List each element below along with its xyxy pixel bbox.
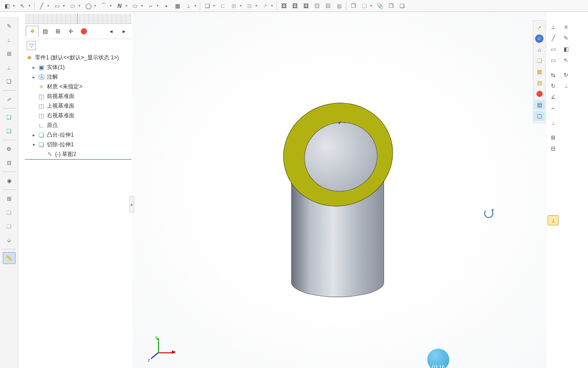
eraser-icon[interactable]: ◧ (560, 44, 571, 54)
fillet-icon[interactable]: ⌐ (146, 1, 156, 11)
panel-nav-next[interactable]: ▸ (118, 26, 130, 37)
cube3-cmd-icon[interactable]: ❏ (3, 207, 16, 218)
ellipse-icon[interactable]: ⬭ (130, 1, 140, 11)
corner-icon[interactable]: ⌐ (548, 103, 559, 113)
swap-icon[interactable]: ⇆ (548, 70, 559, 80)
annotation6-icon[interactable]: ▦ (334, 1, 344, 11)
rotate-gizmo-icon[interactable] (484, 209, 493, 218)
sketch-cmd-icon[interactable]: ✎ (3, 20, 16, 32)
filter-icon[interactable]: ▽ (27, 41, 36, 50)
chamfer-icon[interactable]: ⊏ (218, 1, 228, 11)
folder-icon[interactable]: ▤ (534, 78, 545, 88)
expand-icon[interactable]: ▸ (31, 133, 36, 138)
axis-icon[interactable]: ⊥ (548, 22, 559, 32)
pattern-cmd-icon[interactable]: ⊞ (3, 48, 16, 60)
tree-node-front-plane[interactable]: ◫ 前视基准面 (25, 92, 131, 101)
split-icon[interactable]: ⊟ (548, 144, 559, 154)
grid-icon[interactable]: ⊞ (548, 132, 559, 143)
attach-icon[interactable]: ❐ (348, 1, 358, 11)
tab-feature-tree[interactable]: ❖ (26, 26, 39, 37)
rel-cmd-icon[interactable]: ⊟ (3, 157, 16, 169)
annotation5-icon[interactable]: 🖽 (323, 1, 333, 11)
ref-icon[interactable]: ❏ (397, 1, 407, 11)
tree-label: 材质 <未指定> (47, 83, 82, 91)
cube2-icon[interactable]: ❏ (359, 1, 369, 11)
tab-property[interactable]: ▤ (39, 26, 51, 37)
rectangle-icon[interactable]: ▭ (52, 1, 62, 11)
globe-icon[interactable] (534, 34, 545, 44)
box2-tool-icon[interactable]: ▭ (548, 55, 559, 65)
tree-node-origin[interactable]: ∟ 原点 (25, 121, 131, 130)
panel-nav-prev[interactable]: ◂ (105, 26, 118, 37)
constraint-icon[interactable]: ⟂ (560, 81, 571, 91)
collapse-icon[interactable]: ▾ (31, 143, 36, 147)
tree-node-boss-extrude[interactable]: ▸ ❏ 凸台-拉伸1 (25, 130, 131, 140)
panel-splitter[interactable]: ▸ (130, 196, 134, 213)
extrude-cmd-icon[interactable]: ⬀ (3, 93, 16, 105)
spline-icon[interactable]: N (114, 1, 124, 11)
extrude-cut-icon[interactable]: ❏ (3, 125, 16, 137)
arc-icon[interactable]: ⌒ (99, 1, 109, 11)
cube-icon[interactable]: ❏ (202, 1, 212, 11)
tree-node-sketch2[interactable]: ✎ (-) 草图2 (25, 150, 131, 160)
expand-icon[interactable]: ▸ (31, 75, 36, 80)
tree-node-cut-extrude[interactable]: ▾ ❏ 切除-拉伸1 (25, 140, 131, 150)
isometric-icon[interactable]: ❏ (534, 56, 545, 66)
plane-icon[interactable]: ◧ (2, 1, 12, 11)
model-cylinder[interactable]: ↙→ (284, 104, 403, 306)
sensor-cmd-icon[interactable]: ◉ (3, 175, 16, 187)
gear-cmd-icon[interactable]: ⚙ (3, 143, 16, 155)
axis2-icon[interactable]: ⟂ (548, 118, 559, 128)
feat-cmd-icon[interactable]: ❏ (3, 75, 16, 87)
loft-icon[interactable]: ↗ (260, 1, 270, 11)
insert-image-icon[interactable]: 🖼 (301, 1, 311, 11)
layers-icon[interactable]: ▦ (534, 67, 545, 77)
circle-icon[interactable]: ◯ (83, 1, 93, 11)
link-icon[interactable]: ❐ (386, 1, 396, 11)
tab-display[interactable]: ✢ (64, 26, 77, 37)
dim-icon[interactable]: ⟂ (183, 1, 193, 11)
extrude-boss-icon[interactable]: ❏ (3, 111, 16, 123)
tree-node-top-plane[interactable]: ◫ 上视基准面 (25, 101, 131, 111)
arrow-icon[interactable]: ↖ (17, 1, 28, 11)
expand-icon[interactable]: ▸ (31, 65, 36, 70)
cursor-icon[interactable]: ↖ (560, 55, 571, 65)
annotation4-icon[interactable]: 🖾 (312, 1, 322, 11)
line-tool-icon[interactable]: ╱ (548, 33, 559, 43)
pencil-icon[interactable]: ✎ (560, 33, 571, 43)
redo-icon[interactable]: ↻ (560, 70, 571, 80)
tree-root[interactable]: ❖ 零件1 (默认<<默认>_显示状态 1>) (25, 53, 131, 63)
callout-icon[interactable]: ▢ (534, 111, 545, 121)
tree-node-right-plane[interactable]: ◫ 右视基准面 (25, 111, 131, 121)
measure-cmd-icon[interactable]: 📏 (3, 252, 16, 264)
dim-cmd-icon[interactable]: ⟂ (3, 34, 16, 46)
line-icon[interactable]: ╱ (36, 1, 46, 11)
highlight-icon[interactable]: ⟂ (548, 215, 559, 225)
slot-icon[interactable]: ⬭ (68, 1, 78, 11)
box-tool-icon[interactable]: ▭ (548, 44, 559, 54)
tree-node-annot[interactable]: ▸ Ⓐ 注解 (25, 72, 131, 82)
ruler-icon[interactable]: ≡ (560, 22, 571, 32)
tree-node-solid[interactable]: ▸ ▣ 实体(1) (25, 63, 131, 72)
pattern-icon[interactable]: ⊞ (229, 1, 239, 11)
deform-cmd-icon[interactable]: ⬙ (3, 234, 16, 246)
annotation1-icon[interactable]: 🖾 (279, 1, 289, 11)
loft2-cmd-icon[interactable]: ❏ (3, 220, 16, 232)
list-icon[interactable]: ▤ (534, 100, 545, 110)
tab-appearance[interactable]: 🔴 (77, 26, 90, 37)
tab-config[interactable]: ⊞ (51, 26, 64, 37)
arrow-ne-icon[interactable]: ↗ (534, 23, 545, 33)
drag-icon[interactable]: ↻ (548, 81, 559, 91)
point-icon[interactable]: ▪ (161, 1, 171, 11)
tree-node-material[interactable]: ≡ 材质 <未指定> (25, 82, 131, 92)
angle-icon[interactable]: ∠ (548, 92, 559, 102)
dim2-cmd-icon[interactable]: ⟂ (3, 62, 16, 74)
trim-icon[interactable]: ▦ (172, 1, 182, 11)
mirror2-cmd-icon[interactable]: ⊞ (3, 193, 16, 205)
mirror-icon[interactable]: ⊟ (244, 1, 254, 11)
3d-viewport[interactable]: ▸ ↙→ x y z 03:16 (132, 12, 547, 368)
annotation2-icon[interactable]: 🖾 (290, 1, 300, 11)
clip-icon[interactable]: 📎 (375, 1, 385, 11)
color-wheel-icon[interactable]: 🔴 (534, 89, 545, 99)
home-view-icon[interactable]: ⌂ (534, 45, 545, 55)
